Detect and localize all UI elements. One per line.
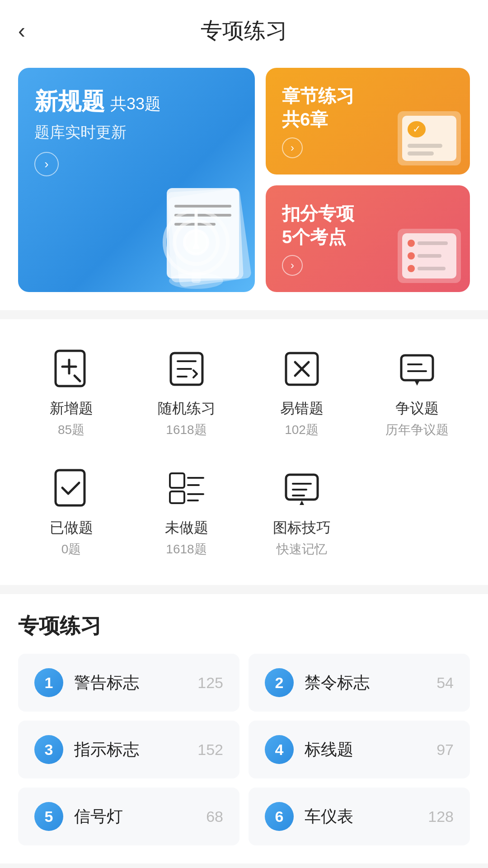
easy-mistakes-icon (279, 346, 324, 392)
random-practice-icon (164, 346, 209, 392)
icon-tips-icon (279, 466, 324, 511)
grid-row-2: 已做题 0题 未做题 1618题 (18, 457, 470, 567)
todo-questions-count: 1618题 (166, 541, 206, 558)
banner-left-desc: 题库实时更新 (34, 122, 239, 143)
practice-count-5: 68 (206, 808, 223, 826)
page-title: 专项练习 (201, 16, 287, 45)
practice-count-2: 54 (436, 674, 454, 692)
grid-empty-slot (364, 457, 470, 567)
svg-rect-30 (170, 491, 184, 503)
practice-name-6: 车仪表 (305, 806, 417, 828)
svg-rect-12 (192, 269, 201, 283)
practice-item-6[interactable]: 6 车仪表 128 (249, 788, 470, 845)
icon-tips-item[interactable]: 图标技巧 快速记忆 (249, 457, 355, 567)
practice-name-1: 警告标志 (74, 672, 187, 694)
controversial-label: 争议题 (395, 399, 439, 419)
practice-item-2[interactable]: 2 禁令标志 54 (249, 654, 470, 712)
practice-number-5: 5 (34, 802, 63, 831)
icon-tips-count: 快速记忆 (277, 541, 327, 558)
practice-name-2: 禁令标志 (305, 672, 426, 694)
deduction-practice-banner[interactable]: 扣分专项 5个考点 › (266, 185, 470, 292)
easy-mistakes-label: 易错题 (280, 399, 324, 419)
easy-mistakes-count: 102题 (285, 421, 319, 439)
new-questions-banner[interactable]: 新规题 共33题 题库实时更新 › (18, 68, 255, 292)
random-practice-count: 1618题 (166, 421, 206, 439)
svg-rect-23 (401, 355, 433, 380)
practice-count-3: 152 (197, 741, 223, 759)
grid-section: 新增题 85题 随机练习 1618题 (0, 319, 488, 585)
practice-grid: 1 警告标志 125 2 禁令标志 54 3 指示标志 152 4 标线题 97… (18, 654, 470, 845)
done-questions-item[interactable]: 已做题 0题 (18, 457, 124, 567)
svg-rect-26 (56, 470, 84, 505)
todo-questions-item[interactable]: 未做题 1618题 (133, 457, 239, 567)
practice-number-2: 2 (265, 668, 294, 697)
practice-name-3: 指示标志 (74, 739, 187, 761)
new-questions-icon (49, 346, 94, 392)
banner-left-title: 新规题 共33题 (34, 86, 239, 118)
practice-number-3: 3 (34, 735, 63, 764)
easy-mistakes-item[interactable]: 易错题 102题 (249, 337, 355, 448)
chapter-banner-arrow: › (282, 137, 303, 158)
todo-questions-icon (164, 466, 209, 511)
controversial-item[interactable]: 争议题 历年争议题 (364, 337, 470, 448)
practice-count-6: 128 (428, 808, 454, 826)
chapter-practice-banner[interactable]: 章节练习 共6章 › ✓ (266, 68, 470, 175)
icon-tips-label: 图标技巧 (273, 518, 331, 538)
random-practice-label: 随机练习 (158, 399, 216, 419)
practice-number-1: 1 (34, 668, 63, 697)
special-practice-title: 专项练习 (18, 612, 470, 640)
practice-item-3[interactable]: 3 指示标志 152 (18, 721, 239, 778)
new-questions-item[interactable]: 新增题 85题 (18, 337, 124, 448)
chapter-doc-illustration: ✓ (398, 111, 461, 165)
badge-icon: ✓ (408, 121, 426, 137)
new-questions-label: 新增题 (50, 399, 93, 419)
header: ‹ 专项练习 (0, 0, 488, 59)
practice-count-4: 97 (436, 741, 454, 759)
practice-name-4: 标线题 (305, 739, 426, 761)
deduction-doc-illustration (398, 229, 461, 283)
back-button[interactable]: ‹ (18, 20, 25, 42)
practice-item-1[interactable]: 1 警告标志 125 (18, 654, 239, 712)
controversial-icon (394, 346, 440, 392)
banner-right: 章节练习 共6章 › ✓ 扣分专项 5个考点 › (266, 68, 470, 292)
practice-count-1: 125 (197, 674, 223, 692)
todo-questions-label: 未做题 (165, 518, 208, 538)
banner-section: 新规题 共33题 题库实时更新 › (0, 59, 488, 310)
special-practice-section: 专项练习 1 警告标志 125 2 禁令标志 54 3 指示标志 152 4 标… (0, 594, 488, 863)
banner-left-arrow: › (34, 152, 59, 176)
practice-item-4[interactable]: 4 标线题 97 (249, 721, 470, 778)
svg-rect-27 (170, 473, 184, 488)
random-practice-item[interactable]: 随机练习 1618题 (133, 337, 239, 448)
grid-row-1: 新增题 85题 随机练习 1618题 (18, 337, 470, 448)
practice-number-6: 6 (265, 802, 294, 831)
done-questions-label: 已做题 (50, 518, 93, 538)
new-questions-count: 85题 (58, 421, 84, 439)
done-questions-count: 0题 (61, 541, 81, 558)
practice-number-4: 4 (265, 735, 294, 764)
controversial-count: 历年争议题 (385, 421, 449, 439)
practice-name-5: 信号灯 (74, 806, 195, 828)
practice-item-5[interactable]: 5 信号灯 68 (18, 788, 239, 845)
done-questions-icon (49, 466, 94, 511)
deduction-banner-arrow: › (282, 255, 303, 276)
target-illustration (133, 170, 255, 292)
